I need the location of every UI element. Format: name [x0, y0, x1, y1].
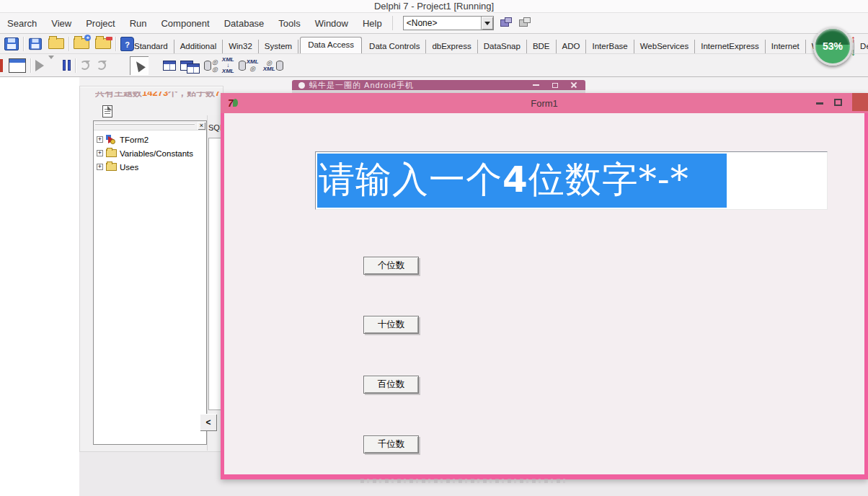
menu-help[interactable]: Help	[355, 14, 389, 33]
xmltransformprovider-component-icon[interactable]: XML◎	[239, 59, 259, 72]
hundreds-digit-button[interactable]: 百位数	[363, 376, 419, 394]
tab-ado[interactable]: ADO	[557, 40, 587, 53]
clientdataset-component-icon[interactable]	[180, 58, 200, 74]
tab-additional[interactable]: Additional	[174, 40, 223, 53]
tab-win32[interactable]: Win32	[223, 40, 259, 53]
run-icon[interactable]	[35, 60, 44, 71]
clipped-icon	[0, 59, 3, 72]
save-all-icon[interactable]	[29, 37, 42, 49]
close-button[interactable]	[852, 93, 868, 111]
datasetprovider-component-icon[interactable]: ◎◎	[204, 58, 218, 73]
menu-run[interactable]: Run	[123, 14, 154, 33]
background-window-title: 蜗牛是一圈的 Android手机	[309, 80, 414, 91]
tree-item-label: TForm2	[120, 136, 149, 144]
panel-header	[94, 121, 206, 130]
tab-webservices[interactable]: WebServices	[634, 40, 696, 53]
tab-data-controls[interactable]: Data Controls	[363, 40, 426, 53]
form1-window: 7 Form1 请输入一个4位数字*-* 个位数 十位数 百位数 千位数	[221, 93, 868, 479]
menu-database[interactable]: Database	[217, 14, 272, 33]
desktop-combo-value: <None>	[404, 18, 481, 28]
clipped-webpage-text	[360, 479, 566, 483]
add-file-icon[interactable]: +	[74, 38, 89, 49]
form1-titlebar[interactable]: 7 Form1	[221, 93, 868, 113]
ones-digit-button[interactable]: 个位数	[363, 257, 419, 275]
messenger-icon	[298, 82, 305, 89]
close-icon[interactable]: ×	[198, 122, 205, 130]
open-project-icon[interactable]	[48, 38, 64, 49]
object-treeview-panel: × + TForm2 + Variables/Constants + Uses	[93, 120, 207, 445]
menu-tools[interactable]: Tools	[271, 14, 307, 33]
menu-search[interactable]: Search	[0, 14, 44, 33]
view-form-icon[interactable]	[9, 58, 26, 73]
save-icon[interactable]	[4, 37, 19, 50]
background-window-titlebar[interactable]: 蜗牛是一圈的 Android手机	[292, 80, 585, 90]
pause-icon[interactable]	[63, 60, 71, 71]
download-progress-badge[interactable]: 53%	[813, 27, 852, 66]
tens-digit-button[interactable]: 十位数	[363, 316, 419, 334]
menu-separator	[392, 16, 393, 30]
folder-icon	[106, 163, 117, 171]
xmltransform-component-icon[interactable]: XML ↓ XML	[222, 57, 234, 74]
combo-dropdown-button[interactable]	[481, 17, 493, 30]
desktop-combo[interactable]: <None>	[403, 16, 494, 30]
panel-grip[interactable]	[95, 123, 195, 125]
expand-plus-icon[interactable]: +	[97, 164, 103, 170]
remove-file-icon[interactable]	[95, 38, 111, 49]
form1-title: Form1	[221, 98, 868, 109]
thousands-digit-button[interactable]: 千位数	[363, 435, 419, 453]
step-over-icon[interactable]	[97, 61, 106, 70]
trace-into-icon[interactable]	[80, 61, 89, 70]
selection-pointer-icon[interactable]	[130, 56, 149, 75]
form1-client-area: 请输入一个4位数字*-* 个位数 十位数 百位数 千位数	[224, 113, 864, 474]
menu-component[interactable]: Component	[154, 14, 216, 33]
expand-plus-icon[interactable]: +	[97, 136, 103, 143]
component-palette-tabs: Standard Additional Win32 System Data Ac…	[128, 35, 868, 53]
maximize-button[interactable]	[834, 99, 842, 106]
tab-internet[interactable]: Internet	[766, 40, 806, 53]
tab-dbexpress[interactable]: dbExpress	[426, 40, 477, 53]
tab-standard[interactable]: Standard	[128, 40, 174, 53]
tab-interbase[interactable]: InterBase	[586, 40, 634, 53]
download-arrow-icon: ↓	[851, 46, 856, 58]
menu-window[interactable]: Window	[308, 14, 355, 33]
menu-view[interactable]: View	[44, 14, 79, 33]
maximize-icon[interactable]	[552, 83, 558, 88]
datasource-component-icon[interactable]	[163, 61, 176, 71]
chevron-down-icon	[484, 22, 490, 25]
xmltransformclient-component-icon[interactable]: ◎XML	[263, 59, 283, 72]
tab-internetexpress[interactable]: InternetExpress	[695, 40, 766, 53]
edit-text: 请输入一个4位数字*-*	[319, 152, 689, 209]
tab-decision-cube[interactable]: Decision Cube	[854, 40, 868, 53]
tree-item-label: Variables/Constants	[120, 149, 193, 158]
forum-stats-clipped-text: 共有主题数14273个，贴子数7142	[95, 92, 222, 104]
minimize-button[interactable]	[816, 102, 823, 105]
tab-datasnap[interactable]: DataSnap	[478, 40, 527, 53]
menu-bar: Search View Project Run Component Databa…	[0, 13, 868, 34]
upload-arrow-icon: ↑	[851, 33, 856, 45]
expand-plus-icon[interactable]: +	[97, 150, 103, 156]
tab-bde[interactable]: BDE	[527, 40, 557, 53]
tree-item-label: Uses	[120, 163, 138, 172]
badge-percent: 53%	[823, 40, 843, 52]
tree-item-variables[interactable]: + Variables/Constants	[97, 147, 193, 159]
form-component-icon	[106, 135, 117, 144]
close-icon[interactable]	[571, 82, 577, 88]
run-options-chevron-icon[interactable]	[48, 56, 54, 71]
tab-data-access[interactable]: Data Access	[300, 37, 362, 53]
document-icon	[102, 105, 112, 118]
folder-icon	[106, 149, 117, 157]
tree-item-tform2[interactable]: + TForm2	[97, 133, 149, 146]
scroll-left-button[interactable]: <	[200, 414, 217, 431]
number-edit-field[interactable]: 请输入一个4位数字*-*	[315, 151, 828, 210]
minimize-icon[interactable]	[533, 84, 539, 86]
menu-project[interactable]: Project	[79, 14, 122, 33]
ide-title-bar: Delphi 7 - Project1 [Running]	[0, 0, 868, 13]
palette-components: ◎◎ XML ↓ XML XML◎ ◎XML	[130, 56, 283, 75]
save-desktop-icon[interactable]	[500, 17, 513, 29]
set-debug-desktop-icon[interactable]	[518, 17, 531, 29]
tab-system[interactable]: System	[259, 40, 298, 53]
ide-title: Delphi 7 - Project1 [Running]	[374, 1, 494, 12]
tree-item-uses[interactable]: + Uses	[97, 161, 138, 173]
